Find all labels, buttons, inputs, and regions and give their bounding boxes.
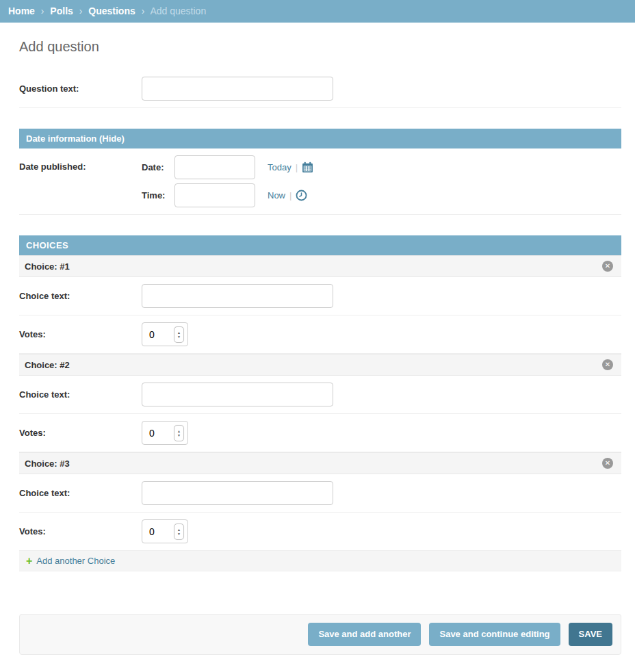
- votes-label: Votes:: [19, 421, 142, 438]
- choice-2-header: Choice: #2 ✕: [19, 354, 621, 376]
- breadcrumb-separator: ›: [142, 5, 145, 16]
- choice-1-text-row: Choice text:: [19, 277, 621, 315]
- delete-choice-1-icon[interactable]: ✕: [602, 261, 613, 272]
- breadcrumb-home-link[interactable]: Home: [8, 5, 35, 16]
- shortcut-separator: |: [296, 162, 298, 172]
- choice-1-votes-row: Votes: 0 ▲ ▼: [19, 315, 621, 354]
- date-published-label: Date published:: [19, 155, 142, 172]
- breadcrumb: Home › Polls › Questions › Add question: [0, 0, 635, 23]
- choices-header: CHOICES: [19, 235, 621, 255]
- choice-3-header: Choice: #3 ✕: [19, 452, 621, 474]
- votes-value: 0: [149, 526, 174, 537]
- number-stepper[interactable]: ▲ ▼: [174, 326, 184, 343]
- question-text-input[interactable]: [142, 77, 333, 101]
- plus-icon: +: [26, 556, 32, 565]
- date-published-row: Date published: Date: Today |: [19, 148, 621, 215]
- number-stepper[interactable]: ▲ ▼: [174, 425, 184, 441]
- choice-text-label: Choice text:: [19, 481, 142, 498]
- choice-text-label: Choice text:: [19, 383, 142, 400]
- clock-icon[interactable]: [296, 190, 307, 201]
- breadcrumb-separator: ›: [79, 5, 83, 16]
- date-shortcuts: Today |: [268, 161, 313, 173]
- add-another-choice-row[interactable]: + Add another Choice: [19, 551, 621, 571]
- question-module: Question text:: [19, 70, 621, 108]
- stepper-down-icon[interactable]: ▼: [177, 433, 181, 437]
- choice-2-votes-row: Votes: 0 ▲ ▼: [19, 414, 621, 452]
- now-link[interactable]: Now: [268, 190, 285, 201]
- choice-2-text-row: Choice text:: [19, 376, 621, 414]
- submit-row: Save and add another Save and continue e…: [19, 614, 621, 655]
- choice-3-text-input[interactable]: [142, 481, 333, 505]
- choice-3-title: Choice: #3: [25, 458, 70, 469]
- choice-1-text-input[interactable]: [142, 284, 333, 308]
- time-shortcuts: Now |: [268, 190, 307, 201]
- date-information-module: Date information (Hide) Date published: …: [19, 129, 621, 215]
- choice-text-label: Choice text:: [19, 284, 142, 301]
- date-information-title: Date information: [26, 133, 96, 144]
- date-subrow: Date: Today |: [142, 155, 313, 179]
- time-input[interactable]: [174, 183, 255, 207]
- delete-choice-3-icon[interactable]: ✕: [602, 458, 613, 469]
- datetime-widget: Date: Today |: [142, 155, 313, 207]
- breadcrumb-separator: ›: [41, 5, 44, 16]
- add-another-choice-link[interactable]: Add another Choice: [36, 556, 115, 566]
- votes-label: Votes:: [19, 322, 142, 339]
- page-title: Add question: [19, 39, 621, 55]
- calendar-icon[interactable]: [302, 161, 313, 173]
- choice-2-votes-input[interactable]: 0 ▲ ▼: [142, 421, 188, 445]
- save-and-continue-editing-button[interactable]: Save and continue editing: [429, 623, 560, 646]
- question-text-row: Question text:: [19, 70, 621, 108]
- votes-value: 0: [149, 428, 174, 439]
- content-area: Add question Question text: Date informa…: [0, 23, 635, 669]
- time-label: Time:: [142, 190, 170, 201]
- choice-1-header: Choice: #1 ✕: [19, 255, 621, 277]
- votes-value: 0: [149, 329, 174, 340]
- choice-2-title: Choice: #2: [25, 360, 70, 370]
- stepper-down-icon[interactable]: ▼: [177, 532, 181, 536]
- breadcrumb-polls-link[interactable]: Polls: [50, 5, 73, 16]
- choices-module: CHOICES Choice: #1 ✕ Choice text: Votes:…: [19, 235, 621, 571]
- breadcrumb-current-page: Add question: [150, 5, 206, 16]
- breadcrumb-questions-link[interactable]: Questions: [88, 5, 135, 16]
- date-label: Date:: [142, 162, 170, 172]
- number-stepper[interactable]: ▲ ▼: [174, 524, 184, 540]
- choice-3-votes-input[interactable]: 0 ▲ ▼: [142, 519, 188, 543]
- save-and-add-another-button[interactable]: Save and add another: [308, 623, 421, 646]
- date-information-header: Date information (Hide): [19, 129, 621, 148]
- votes-label: Votes:: [19, 519, 142, 537]
- choice-3-votes-row: Votes: 0 ▲ ▼: [19, 513, 621, 551]
- today-link[interactable]: Today: [268, 162, 291, 172]
- question-text-label: Question text:: [19, 77, 142, 94]
- choice-3-text-row: Choice text:: [19, 474, 621, 513]
- choice-1-title: Choice: #1: [25, 261, 70, 272]
- choice-1-votes-input[interactable]: 0 ▲ ▼: [142, 322, 188, 346]
- choice-2-text-input[interactable]: [142, 383, 333, 406]
- collapse-toggle[interactable]: (Hide): [99, 133, 125, 144]
- stepper-down-icon[interactable]: ▼: [177, 335, 181, 339]
- date-input[interactable]: [174, 155, 255, 179]
- shortcut-separator: |: [289, 190, 291, 201]
- save-button[interactable]: SAVE: [569, 623, 612, 646]
- time-subrow: Time: Now |: [142, 183, 313, 207]
- delete-choice-2-icon[interactable]: ✕: [602, 359, 613, 370]
